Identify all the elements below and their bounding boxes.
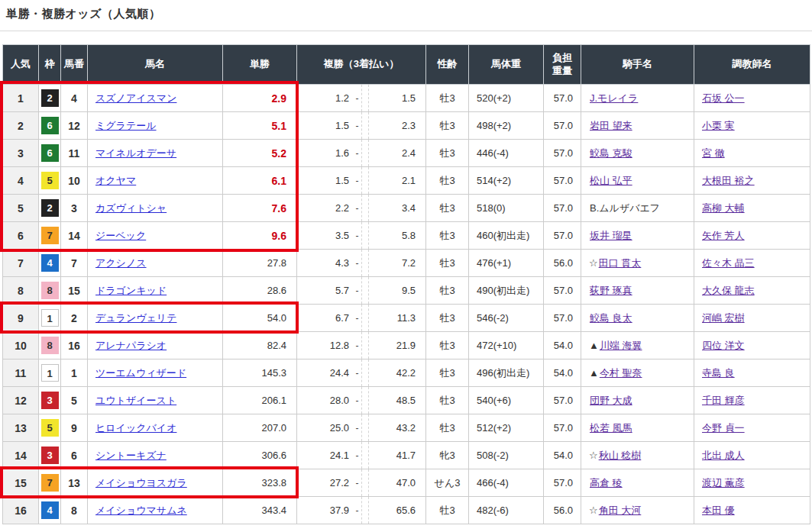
place-odds: 24.4 - 42.2 bbox=[297, 360, 425, 386]
jockey-link[interactable]: 団野 大成 bbox=[590, 395, 632, 406]
horse-name-link[interactable]: ドラゴンキッド bbox=[95, 285, 167, 296]
trainer-link[interactable]: 本田 優 bbox=[702, 505, 735, 516]
header-win-odds: 単勝 bbox=[223, 45, 297, 85]
place-odds: 1.5 - 2.1 bbox=[297, 167, 425, 194]
jockey-cell: 団野 大成 bbox=[581, 387, 694, 414]
jockey-link[interactable]: 坂井 瑠星 bbox=[590, 230, 632, 241]
horse-name-cell: メイショウヨスガラ bbox=[88, 469, 223, 497]
trainer-link[interactable]: 河嶋 宏樹 bbox=[702, 312, 745, 324]
jockey-link[interactable]: 鮫島 克駿 bbox=[590, 147, 632, 159]
place-divider bbox=[362, 222, 369, 249]
horse-name-cell: アレナパラシオ bbox=[88, 332, 223, 360]
load-weight-cell: 57.0 bbox=[544, 387, 581, 414]
horse-name-link[interactable]: オクヤマ bbox=[95, 175, 136, 186]
horse-number-cell: 13 bbox=[61, 469, 88, 497]
place-high: 1.5 bbox=[369, 85, 425, 111]
horse-name-link[interactable]: メイショウヨスガラ bbox=[95, 477, 187, 488]
horse-number: 12 bbox=[68, 120, 80, 132]
horse-name-link[interactable]: スズノアイスマン bbox=[95, 92, 176, 104]
horse-number-cell: 16 bbox=[61, 332, 88, 360]
trainer-link[interactable]: 高柳 大輔 bbox=[702, 202, 745, 214]
horse-name-link[interactable]: アクシノス bbox=[95, 257, 147, 269]
trainer-link[interactable]: 今野 貞一 bbox=[702, 422, 745, 434]
trainer-cell: 大久保 龍志 bbox=[694, 277, 810, 305]
weight-cell: 472(+10) bbox=[469, 332, 544, 360]
trainer-link[interactable]: 四位 洋文 bbox=[702, 340, 745, 351]
jockey-link[interactable]: J.モレイラ bbox=[590, 92, 638, 104]
place-odds-cell: 37.9 - 65.6 bbox=[297, 497, 426, 524]
horse-name-link[interactable]: デュランヴェリテ bbox=[95, 312, 176, 324]
jockey-cell: 松若 風馬 bbox=[581, 414, 694, 442]
table-row: 12 3 5 ユウトザイースト 206.1 28.0 - 48.5 牡3 540… bbox=[3, 387, 810, 414]
rank-cell: 14 bbox=[3, 442, 39, 469]
table-row: 10 8 16 アレナパラシオ 82.4 12.8 - 21.9 牡3 472(… bbox=[3, 332, 810, 360]
place-high: 65.6 bbox=[369, 497, 425, 524]
place-divider bbox=[362, 195, 369, 221]
jockey-link[interactable]: 角田 大河 bbox=[599, 505, 642, 516]
rank-cell: 6 bbox=[3, 222, 39, 250]
frame-cell: 7 bbox=[39, 469, 61, 497]
jockey-link[interactable]: 秋山 稔樹 bbox=[599, 450, 642, 461]
place-odds-cell: 2.2 - 3.4 bbox=[297, 195, 426, 222]
place-odds: 37.9 - 65.6 bbox=[297, 497, 425, 524]
place-odds-cell: 27.2 - 47.0 bbox=[297, 469, 426, 497]
trainer-link[interactable]: 千田 輝彦 bbox=[702, 395, 745, 406]
horse-name-link[interactable]: シントーキズナ bbox=[95, 450, 167, 461]
place-separator: - bbox=[353, 140, 362, 166]
rank-cell: 2 bbox=[3, 112, 39, 140]
place-divider bbox=[362, 85, 369, 111]
place-odds: 28.0 - 48.5 bbox=[297, 387, 425, 414]
place-high: 9.5 bbox=[369, 277, 425, 304]
jockey-link[interactable]: 田口 貫太 bbox=[599, 257, 642, 269]
jockey-link[interactable]: 鮫島 良太 bbox=[590, 312, 632, 324]
jockey-link[interactable]: 岩田 望来 bbox=[590, 120, 632, 131]
trainer-link[interactable]: 大根田 裕之 bbox=[702, 175, 755, 186]
trainer-cell: 北出 成人 bbox=[694, 442, 810, 469]
jockey-link[interactable]: 川端 海翼 bbox=[600, 340, 642, 351]
horse-name-link[interactable]: ジーベック bbox=[95, 230, 146, 241]
trainer-link[interactable]: 石坂 公一 bbox=[702, 92, 745, 104]
load-weight-cell: 54.0 bbox=[544, 360, 581, 387]
horse-name-link[interactable]: アレナパラシオ bbox=[95, 340, 167, 351]
jockey-cell: ▲川端 海翼 bbox=[581, 332, 694, 360]
place-separator: - bbox=[353, 469, 362, 496]
place-low: 6.7 bbox=[297, 305, 353, 331]
win-odds: 323.8 bbox=[261, 477, 286, 488]
horse-name-link[interactable]: カズヴィトシャ bbox=[95, 202, 167, 214]
horse-number-cell: 11 bbox=[61, 140, 88, 167]
horse-name-link[interactable]: ユウトザイースト bbox=[95, 395, 176, 406]
trainer-link[interactable]: 小栗 実 bbox=[702, 120, 735, 131]
trainer-link[interactable]: 佐々木 晶三 bbox=[702, 257, 755, 269]
jockey-link[interactable]: 松山 弘平 bbox=[590, 175, 632, 186]
place-low: 28.0 bbox=[297, 387, 353, 414]
weight-cell: 490(初出走) bbox=[469, 277, 544, 305]
jockey-rank-mark: ☆ bbox=[589, 450, 598, 461]
trainer-link[interactable]: 宮 徹 bbox=[702, 147, 725, 159]
title-divider bbox=[0, 31, 812, 31]
horse-number-cell: 3 bbox=[61, 195, 88, 222]
trainer-link[interactable]: 寺島 良 bbox=[702, 367, 735, 379]
trainer-link[interactable]: 渡辺 薫彦 bbox=[702, 477, 745, 488]
win-odds: 82.4 bbox=[267, 340, 286, 351]
rank-value: 8 bbox=[18, 285, 24, 297]
trainer-link[interactable]: 北出 成人 bbox=[702, 450, 745, 461]
jockey-link[interactable]: 松若 風馬 bbox=[590, 422, 632, 434]
horse-name-link[interactable]: ミグラテール bbox=[95, 120, 157, 131]
trainer-link[interactable]: 矢作 芳人 bbox=[702, 230, 745, 241]
horse-name-link[interactable]: メイショウマサムネ bbox=[95, 505, 187, 516]
jockey-cell: B.ムルザバエフ bbox=[581, 195, 694, 222]
rank-value: 14 bbox=[15, 450, 27, 462]
jockey-link[interactable]: 荻野 琢真 bbox=[590, 285, 632, 296]
sex-age-cell: 牝3 bbox=[426, 442, 469, 469]
place-separator: - bbox=[353, 250, 362, 276]
table-row: 15 7 13 メイショウヨスガラ 323.8 27.2 - 47.0 せん3 … bbox=[3, 469, 810, 497]
horse-name-link[interactable]: ヒロイックバイオ bbox=[95, 422, 176, 434]
trainer-link[interactable]: 大久保 龍志 bbox=[702, 285, 755, 296]
jockey-link[interactable]: 今村 聖奈 bbox=[600, 367, 642, 379]
horse-name-link[interactable]: マイネルオデーサ bbox=[95, 147, 176, 159]
load-weight-cell: 56.0 bbox=[544, 497, 581, 524]
sex-age-cell: せん3 bbox=[426, 469, 469, 497]
jockey-link[interactable]: 高倉 稜 bbox=[590, 477, 623, 488]
place-odds: 25.0 - 43.2 bbox=[297, 414, 425, 441]
horse-name-link[interactable]: ツーエムウィザード bbox=[95, 367, 186, 379]
